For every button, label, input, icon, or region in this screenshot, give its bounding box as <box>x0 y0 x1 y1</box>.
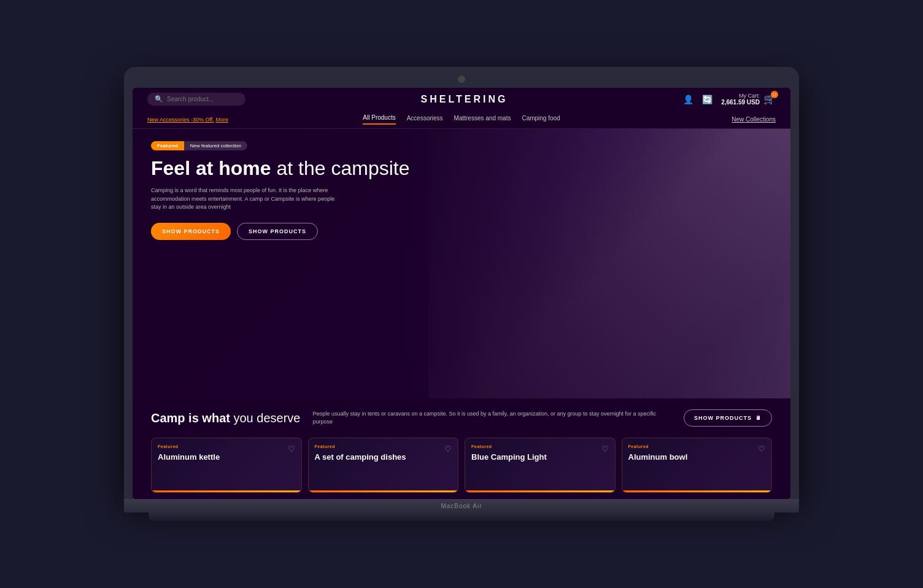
hero-content: Featured New featured collection Feel at… <box>133 129 495 252</box>
laptop-base: MacBook Air <box>124 499 799 513</box>
nav-link-camping-food[interactable]: Camping food <box>522 115 560 124</box>
product-name-2: Blue Camping Light <box>471 452 609 462</box>
product-name-3: Aluminum bowl <box>628 452 766 462</box>
hero-badge: Featured New featured collection <box>151 141 476 150</box>
product-name-1: A set of camping dishes <box>315 452 452 462</box>
show-products-button-primary[interactable]: SHOW PRODUCTS <box>151 223 231 240</box>
product-bottom-bar-1 <box>309 490 458 492</box>
nav-promo: New Accessories -30% Off. More <box>147 117 363 123</box>
product-card-2[interactable]: Featured ♡ Blue Camping Light <box>465 438 616 493</box>
website: 🔍 SHELTERING 👤 🔄 My Cart: 2,661.59 USD <box>133 88 790 499</box>
nav-right: New Collections <box>560 116 776 123</box>
camp-show-products-button[interactable]: SHOW PRODUCTS 🖥 <box>684 409 772 427</box>
laptop-model-label: MacBook Air <box>441 503 482 509</box>
nav-link-accessories[interactable]: Accessoriess <box>407 115 443 124</box>
product-featured-label-1: Featured <box>315 444 452 449</box>
hero-description: Camping is a word that reminds most peop… <box>151 187 335 212</box>
refresh-icon[interactable]: 🔄 <box>702 95 713 104</box>
product-featured-label-2: Featured <box>471 444 609 449</box>
camp-title-bold: Camp is what <box>151 411 230 425</box>
product-bottom-bar-0 <box>152 490 301 492</box>
camp-section: Camp is what you deserve People usually … <box>133 398 790 438</box>
product-featured-label-3: Featured <box>628 444 766 449</box>
products-section: Featured ♡ Aluminum kettle Featured ♡ A … <box>133 438 790 499</box>
cart-icon-wrap[interactable]: 🛒 11 <box>763 93 776 105</box>
cart-area[interactable]: My Cart: 2,661.59 USD 🛒 11 <box>721 93 776 106</box>
badge-new-collection: New featured collection <box>184 141 247 150</box>
hero-title-normal: at the campsite <box>277 157 410 179</box>
product-wishlist-icon-1[interactable]: ♡ <box>444 444 452 454</box>
product-card-0[interactable]: Featured ♡ Aluminum kettle <box>151 438 302 493</box>
promo-link[interactable]: More <box>215 117 228 123</box>
product-card-1[interactable]: Featured ♡ A set of camping dishes <box>308 438 459 493</box>
cart-info: My Cart: 2,661.59 USD <box>721 93 760 106</box>
hero-buttons: SHOW PRODUCTS SHOW PRODUCTS <box>151 223 476 240</box>
laptop-wrapper: 🔍 SHELTERING 👤 🔄 My Cart: 2,661.59 USD <box>124 67 799 521</box>
show-products-button-outline[interactable]: SHOW PRODUCTS <box>237 223 318 240</box>
hero-title: Feel at home at the campsite <box>151 158 476 179</box>
product-wishlist-icon-3[interactable]: ♡ <box>758 444 765 454</box>
product-wishlist-icon-0[interactable]: ♡ <box>288 444 295 454</box>
header-right: 👤 🔄 My Cart: 2,661.59 USD 🛒 11 <box>683 93 776 106</box>
badge-featured: Featured <box>151 141 184 150</box>
site-nav: New Accessories -30% Off. More All Produ… <box>133 110 790 129</box>
product-wishlist-icon-2[interactable]: ♡ <box>601 444 609 454</box>
user-icon[interactable]: 👤 <box>683 95 693 104</box>
camp-title-normal: you deserve <box>233 411 300 425</box>
nav-links: All Products Accessoriess Mattresses and… <box>363 114 560 125</box>
search-bar[interactable]: 🔍 <box>147 93 245 106</box>
laptop-screen: 🔍 SHELTERING 👤 🔄 My Cart: 2,661.59 USD <box>133 88 790 499</box>
site-header: 🔍 SHELTERING 👤 🔄 My Cart: 2,661.59 USD <box>133 88 790 110</box>
product-name-0: Aluminum kettle <box>158 452 295 462</box>
products-grid: Featured ♡ Aluminum kettle Featured ♡ A … <box>151 438 772 493</box>
search-icon: 🔍 <box>155 95 163 103</box>
product-bottom-bar-3 <box>622 490 772 492</box>
nav-link-all-products[interactable]: All Products <box>363 114 395 125</box>
product-card-3[interactable]: Featured ♡ Aluminum bowl <box>622 438 773 493</box>
new-collections-link[interactable]: New Collections <box>732 116 776 123</box>
site-logo: SHELTERING <box>421 94 508 105</box>
cart-amount: 2,661.59 USD <box>721 99 760 106</box>
nav-link-mattresses[interactable]: Mattresses and mats <box>454 115 511 124</box>
product-featured-label-0: Featured <box>158 444 295 449</box>
laptop-screen-outer: 🔍 SHELTERING 👤 🔄 My Cart: 2,661.59 USD <box>124 67 799 499</box>
hero-title-bold: Feel at home <box>151 157 271 179</box>
cart-badge: 11 <box>771 91 778 98</box>
laptop-foot <box>149 513 774 521</box>
camp-description: People usually stay in tents or caravans… <box>312 410 671 427</box>
cart-label: My Cart: <box>721 93 760 99</box>
monitor-icon: 🖥 <box>755 415 762 421</box>
search-input[interactable] <box>167 96 238 103</box>
hero-section: Featured New featured collection Feel at… <box>133 129 790 398</box>
camp-title: Camp is what you deserve <box>151 411 300 425</box>
product-bottom-bar-2 <box>465 490 615 492</box>
laptop-camera <box>458 75 465 83</box>
